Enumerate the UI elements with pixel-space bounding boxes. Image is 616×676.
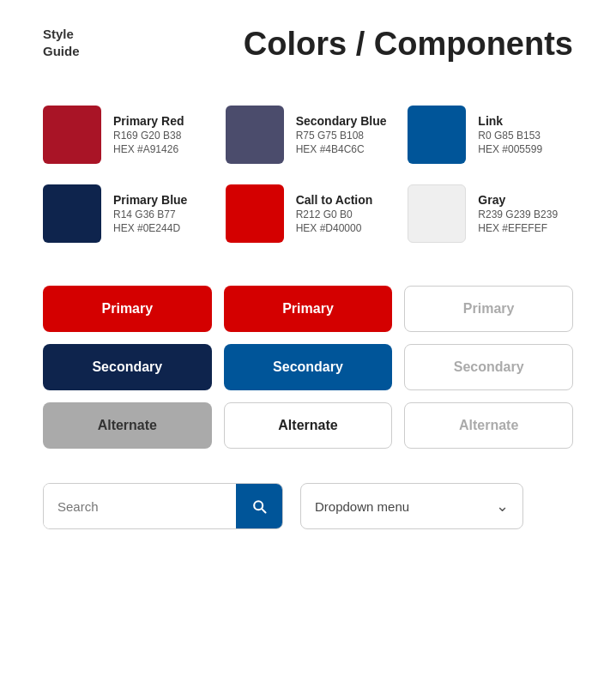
color-info: Primary Blue R14 G36 B77 HEX #0E244D	[113, 193, 187, 234]
btn-primary-outline[interactable]: Primary	[404, 286, 573, 332]
color-hex: HEX #A91426	[113, 143, 184, 155]
color-name: Primary Red	[113, 114, 184, 128]
color-name: Gray	[478, 193, 558, 207]
buttons-grid: PrimaryPrimaryPrimarySecondarySecondaryS…	[43, 286, 573, 449]
color-hex: HEX #4B4C6C	[296, 143, 387, 155]
color-rgb: R0 G85 B153	[478, 130, 542, 142]
color-hex: HEX #EFEFEF	[478, 222, 558, 234]
color-hex: HEX #005599	[478, 143, 542, 155]
color-rgb: R14 G36 B77	[113, 208, 187, 220]
header: Style Guide Colors / Components	[43, 26, 573, 63]
search-button[interactable]	[236, 483, 282, 529]
btn-secondary-outline[interactable]: Secondary	[404, 344, 573, 390]
color-item: Call to Action R212 G0 B0 HEX #D40000	[226, 184, 391, 243]
dropdown-label: Dropdown menu	[315, 499, 409, 514]
btn-secondary-blue[interactable]: Secondary	[224, 344, 393, 390]
style-guide-label: Style Guide	[43, 26, 80, 59]
btn-primary-red[interactable]: Primary	[224, 286, 393, 332]
dropdown-wrapper[interactable]: Dropdown menu ⌄	[300, 483, 523, 529]
btn-alternate-outline[interactable]: Alternate	[404, 402, 573, 449]
color-info: Call to Action R212 G0 B0 HEX #D40000	[296, 193, 373, 234]
search-input[interactable]	[44, 484, 236, 528]
page-title: Colors / Components	[244, 26, 573, 63]
btn-alternate-gray[interactable]: Alternate	[43, 402, 212, 449]
color-swatch	[408, 106, 466, 164]
color-name: Secondary Blue	[296, 114, 387, 128]
color-swatch	[226, 106, 284, 164]
color-rgb: R169 G20 B38	[113, 130, 184, 142]
chevron-down-icon: ⌄	[496, 497, 509, 516]
color-swatch	[43, 106, 101, 164]
color-item: Gray R239 G239 B239 HEX #EFEFEF	[408, 184, 573, 243]
search-wrapper	[43, 483, 283, 529]
btn-secondary-navy[interactable]: Secondary	[43, 344, 212, 390]
color-swatch	[43, 184, 101, 243]
form-row: Dropdown menu ⌄	[43, 483, 573, 529]
color-info: Link R0 G85 B153 HEX #005599	[478, 114, 542, 155]
color-rgb: R239 G239 B239	[478, 208, 558, 220]
color-info: Secondary Blue R75 G75 B108 HEX #4B4C6C	[296, 114, 387, 155]
color-hex: HEX #0E244D	[113, 222, 187, 234]
color-swatch	[226, 184, 284, 243]
color-item: Link R0 G85 B153 HEX #005599	[408, 106, 573, 164]
color-info: Gray R239 G239 B239 HEX #EFEFEF	[478, 193, 558, 234]
btn-alternate-outline-dark[interactable]: Alternate	[224, 402, 393, 449]
btn-primary-red[interactable]: Primary	[43, 286, 212, 332]
color-info: Primary Red R169 G20 B38 HEX #A91426	[113, 114, 184, 155]
color-item: Secondary Blue R75 G75 B108 HEX #4B4C6C	[226, 106, 391, 164]
color-name: Primary Blue	[113, 193, 187, 207]
search-icon	[251, 498, 268, 515]
color-name: Link	[478, 114, 542, 128]
color-rgb: R212 G0 B0	[296, 208, 373, 220]
color-swatch	[408, 184, 466, 243]
color-name: Call to Action	[296, 193, 373, 207]
color-item: Primary Blue R14 G36 B77 HEX #0E244D	[43, 184, 208, 243]
color-item: Primary Red R169 G20 B38 HEX #A91426	[43, 106, 208, 164]
color-hex: HEX #D40000	[296, 222, 373, 234]
color-rgb: R75 G75 B108	[296, 130, 387, 142]
color-grid: Primary Red R169 G20 B38 HEX #A91426 Sec…	[43, 106, 573, 243]
